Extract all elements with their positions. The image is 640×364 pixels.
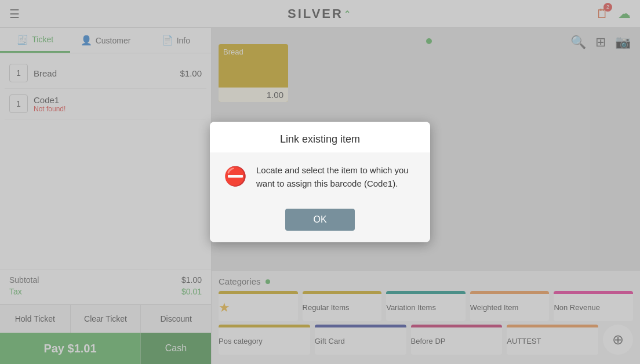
dialog-ok-button[interactable]: OK (285, 209, 354, 231)
dialog-link-item: Link existing item ⛔ Locate and select t… (210, 122, 430, 242)
dialog-footer: OK (210, 202, 430, 242)
dialog-message: Locate and select the item to which you … (256, 164, 416, 190)
dialog-title: Link existing item (210, 122, 430, 152)
dialog-body: ⛔ Locate and select the item to which yo… (210, 152, 430, 202)
dialog-error-icon: ⛔ (224, 165, 247, 187)
dialog-overlay: Link existing item ⛔ Locate and select t… (0, 0, 640, 364)
